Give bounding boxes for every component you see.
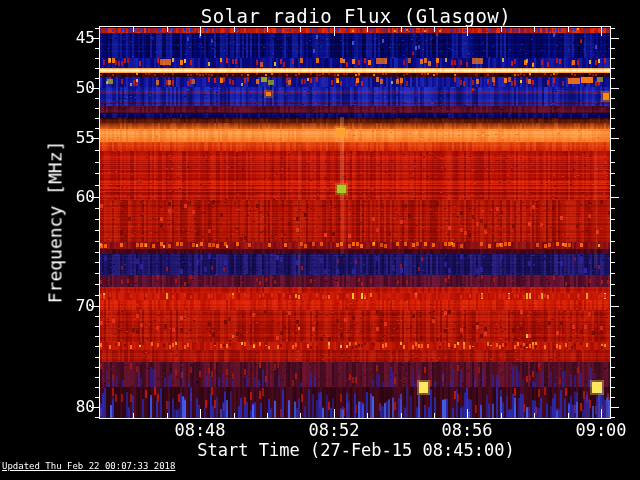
y-tick-label: 70 (0, 296, 95, 315)
x-tick-label: 08:52 (298, 420, 370, 440)
y-tick-label: 50 (0, 78, 95, 97)
updated-timestamp: Updated Thu Feb 22 00:07:33 2018 (2, 461, 175, 471)
y-tick-label: 55 (0, 128, 95, 147)
x-tick-label: 08:56 (431, 420, 503, 440)
y-axis-label: Frequency [MHz] (45, 141, 66, 304)
chart-title: Solar radio Flux (Glasgow) (201, 5, 511, 27)
x-axis-label: Start Time (27-Feb-15 08:45:00) (197, 440, 514, 460)
y-tick-label: 45 (0, 28, 95, 47)
spectrogram-canvas (0, 0, 640, 480)
x-tick-label: 08:48 (164, 420, 236, 440)
spectrogram-window: Solar radio Flux (Glasgow) Frequency [MH… (0, 0, 640, 480)
y-tick-label: 80 (0, 397, 95, 416)
x-tick-label: 09:00 (565, 420, 637, 440)
y-tick-label: 60 (0, 187, 95, 206)
